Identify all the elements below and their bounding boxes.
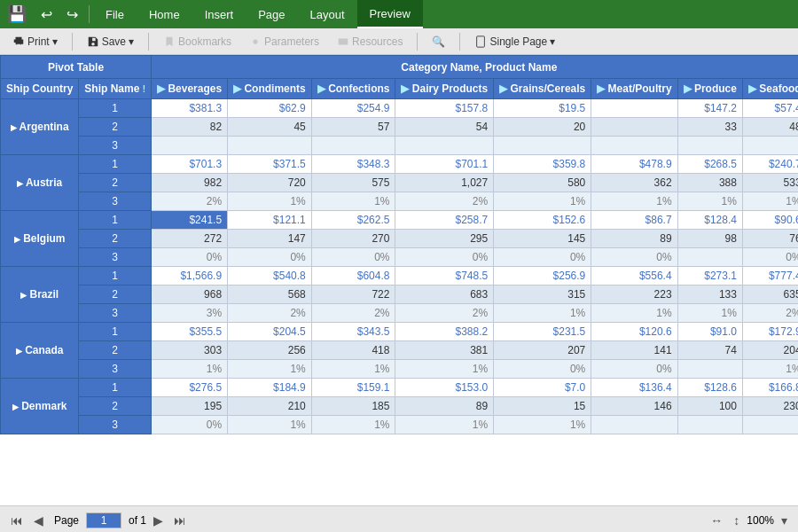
grains-cell: 1% [494,192,591,211]
condiments-cell: 1% [228,192,312,211]
prev-page-button[interactable]: ◀ [30,512,47,529]
seafood-cell: $172.9 [742,323,798,341]
confections-cell: $348.3 [311,155,395,174]
condiments-cell: $184.9 [228,379,312,397]
confections-cell: 722 [311,286,395,304]
beverages-cell: 1% [152,360,228,379]
toolbar-sep-2 [148,33,149,51]
parameters-button[interactable]: Parameters [242,34,326,50]
next-page-button[interactable]: ▶ [150,512,167,529]
produce-cell [677,248,742,267]
redo-icon[interactable]: ↪ [59,6,85,23]
produce-header: ▶ Produce [677,79,742,99]
produce-cell: 133 [677,286,742,304]
confections-cell: $604.8 [311,267,395,286]
dairy-cell: $153.0 [395,379,494,397]
confections-cell: 1% [311,360,395,379]
ship-country-header: Ship Country [1,79,79,99]
bookmarks-button[interactable]: Bookmarks [156,34,239,50]
menu-page[interactable]: Page [246,0,297,28]
confections-header: ▶ Confections [311,79,395,99]
page-input[interactable] [86,512,121,528]
expand-confections[interactable]: ▶ [317,82,325,95]
country-cell[interactable]: ▶ Belgium [1,211,79,267]
meat-cell: $136.4 [591,379,677,397]
confections-cell: 2% [311,304,395,323]
fit-height-button[interactable]: ↕ [730,512,743,529]
condiments-cell: 2% [228,304,312,323]
beverages-cell [152,137,228,155]
beverages-cell: 82 [152,118,228,137]
confections-cell: $343.5 [311,323,395,341]
last-page-button[interactable]: ⏭ [170,512,190,529]
meat-cell: $556.4 [591,267,677,286]
country-cell[interactable]: ▶ Brazil [1,267,79,323]
dairy-cell [395,137,494,155]
expand-seafood[interactable]: ▶ [748,82,756,95]
first-page-button[interactable]: ⏮ [7,512,27,529]
menu-insert[interactable]: Insert [192,0,246,28]
dairy-cell: 1% [395,416,494,434]
pivot-title: Pivot Table [48,61,104,74]
seafood-cell: 76 [742,230,798,248]
row-num-cell: 1 [79,155,152,174]
svg-rect-1 [477,35,485,46]
beverages-cell: 195 [152,397,228,416]
undo-icon[interactable]: ↩ [34,6,59,23]
expand-beverages[interactable]: ▶ [157,82,165,95]
country-cell[interactable]: ▶ Argentina [1,99,79,155]
expand-condiments[interactable]: ▶ [233,82,241,95]
seafood-cell: 533 [742,174,798,192]
menu-home[interactable]: Home [137,0,192,28]
single-page-button[interactable]: Single Page ▾ [467,34,562,50]
beverages-cell: $241.5 [152,211,228,230]
condiments-cell: $62.9 [228,99,312,118]
produce-cell: $147.2 [677,99,742,118]
condiments-cell: $204.5 [228,323,312,341]
row-num-cell: 2 [79,230,152,248]
condiments-cell: $121.1 [228,211,312,230]
zoom-chevron[interactable]: ▾ [778,512,791,529]
table-body: ▶ Argentina1$381.3$62.9$254.9$157.8$19.5… [1,99,799,434]
resources-button[interactable]: Resources [330,34,410,50]
search-button[interactable]: 🔍 [425,34,452,50]
print-button[interactable]: Print ▾ [5,34,65,50]
grains-cell: $7.0 [494,379,591,397]
menu-file[interactable]: File [93,0,137,28]
seafood-header: ▶ Seafood [742,79,798,99]
expand-country-icon: ▶ [11,123,17,132]
row-num-cell: 2 [79,118,152,137]
toolbar-sep-3 [417,33,418,51]
row-num-cell: 2 [79,341,152,360]
meat-cell [591,99,677,118]
seafood-cell: $57.4 [742,99,798,118]
save-button[interactable]: Save ▾ [80,34,141,50]
menu-layout[interactable]: Layout [298,0,357,28]
pivot-table: Pivot Table Category Name, Product Name … [0,55,798,434]
country-cell[interactable]: ▶ Austria [1,155,79,211]
expand-produce[interactable]: ▶ [684,82,692,95]
zoom-level: 100% [747,514,774,527]
grains-header: ▶ Grains/Cereals [494,79,591,99]
toolbar-sep-1 [72,33,73,51]
menu-preview[interactable]: Preview [357,0,423,28]
expand-meat[interactable]: ▶ [597,82,605,95]
table-container[interactable]: Pivot Table Category Name, Product Name … [0,55,798,505]
bottom-navigation: ⏮ ◀ Page of 1 ▶ ⏭ ↔ ↕ 100% ▾ [0,505,798,532]
fit-width-button[interactable]: ↔ [707,512,726,529]
save-icon[interactable]: 💾 [0,4,34,24]
expand-dairy[interactable]: ▶ [401,82,409,95]
single-page-chevron: ▾ [550,35,555,48]
country-cell[interactable]: ▶ Canada [1,323,79,379]
country-cell[interactable]: ▶ Denmark [1,379,79,434]
confections-cell: 575 [311,174,395,192]
expand-grains[interactable]: ▶ [499,82,507,95]
beverages-cell: $1,566.9 [152,267,228,286]
meat-cell: 89 [591,230,677,248]
dairy-cell: $258.7 [395,211,494,230]
seafood-cell: 204 [742,341,798,360]
meat-cell: 1% [591,304,677,323]
save-label: Save [102,35,126,48]
confections-cell: $262.5 [311,211,395,230]
seafood-cell [742,416,798,434]
